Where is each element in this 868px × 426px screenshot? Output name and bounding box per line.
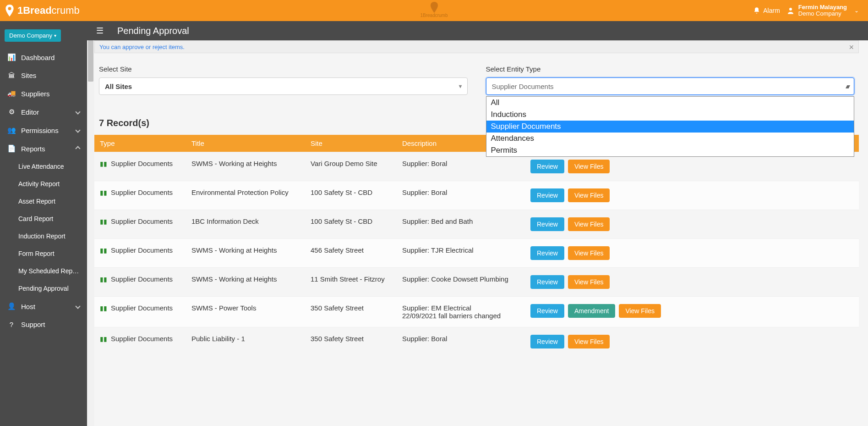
- entity-dropdown: AllInductionsSupplier DocumentsAttendanc…: [486, 96, 855, 157]
- row-title: SWMS - Power Tools: [186, 297, 305, 327]
- content-scrollbar[interactable]: [87, 40, 94, 426]
- site-select[interactable]: All Sites ▾: [99, 77, 468, 95]
- table-row: ▮▮Supplier DocumentsPublic Liability - 1…: [94, 327, 859, 356]
- review-button[interactable]: Review: [530, 275, 564, 289]
- row-actions: ReviewView Files: [525, 327, 859, 356]
- brand[interactable]: 1Breadcrumb: [5, 5, 80, 17]
- sidebar-item-sites[interactable]: 🏛Sites: [0, 66, 87, 84]
- sidebar-item-support[interactable]: ?Support: [0, 315, 87, 333]
- sidebar-item-permissions[interactable]: 👥Permissions: [0, 121, 87, 139]
- row-description: Supplier: Boral: [397, 181, 525, 210]
- row-site: Vari Group Demo Site: [305, 152, 397, 181]
- sidebar-item-pending-approval[interactable]: Pending Approval: [0, 280, 87, 297]
- alarm-button[interactable]: Alarm: [753, 7, 780, 14]
- sidebar-item-label: Form Report: [18, 250, 55, 257]
- question-icon: ?: [7, 321, 16, 328]
- amendment-button[interactable]: Amendment: [568, 304, 615, 318]
- view-files-button[interactable]: View Files: [568, 217, 610, 231]
- alarm-label: Alarm: [763, 7, 780, 14]
- sidebar-item-suppliers[interactable]: 🚚Suppliers: [0, 84, 87, 103]
- row-title: Public Liability - 1: [186, 327, 305, 356]
- view-files-button[interactable]: View Files: [568, 160, 610, 173]
- chart-icon: ▮▮: [100, 304, 107, 312]
- view-files-button[interactable]: View Files: [619, 304, 661, 318]
- row-site: 350 Safety Street: [305, 327, 397, 356]
- sidebar-item-label: Live Attendance: [18, 163, 64, 170]
- entity-option-permits[interactable]: Permits: [486, 144, 854, 156]
- review-button[interactable]: Review: [530, 188, 564, 202]
- sidebar-item-label: My Scheduled Repo...: [18, 267, 80, 275]
- review-button[interactable]: Review: [530, 304, 564, 318]
- row-actions: ReviewView Files: [525, 210, 859, 239]
- chart-icon: ▮▮: [100, 247, 107, 254]
- sidebar-item-label: Sites: [21, 72, 36, 79]
- page-title: Pending Approval: [117, 26, 189, 36]
- sidebar-item-activity-report[interactable]: Activity Report: [0, 175, 87, 193]
- row-title: SWMS - Working at Heights: [186, 268, 305, 297]
- brand-text: 1Breadcrumb: [17, 5, 80, 17]
- users-icon: 👥: [7, 126, 16, 134]
- chart-icon: 📊: [7, 53, 16, 61]
- row-actions: ReviewAmendmentView Files: [525, 297, 859, 327]
- row-type: Supplier Documents: [111, 275, 173, 283]
- user-menu[interactable]: Fermin Malayang Demo Company ⌄: [786, 4, 859, 17]
- banner-close-button[interactable]: ×: [849, 43, 854, 52]
- row-type: Supplier Documents: [111, 246, 173, 254]
- view-files-button[interactable]: View Files: [568, 275, 610, 289]
- view-files-button[interactable]: View Files: [568, 246, 610, 260]
- sidebar-item-form-report[interactable]: Form Report: [0, 245, 87, 262]
- svg-point-0: [789, 8, 792, 11]
- entity-option-supplier-documents[interactable]: Supplier Documents: [486, 121, 854, 133]
- sidebar-item-reports[interactable]: 📄Reports: [0, 139, 87, 158]
- filter-entity-label: Select Entity Type: [486, 65, 855, 73]
- col-site[interactable]: Site: [305, 135, 397, 152]
- entity-option-inductions[interactable]: Inductions: [486, 109, 854, 121]
- row-site: 100 Safety St - CBD: [305, 181, 397, 210]
- review-button[interactable]: Review: [530, 246, 564, 260]
- sidebar-item-induction-report[interactable]: Induction Report: [0, 227, 87, 245]
- sidebar-item-live-attendance[interactable]: Live Attendance: [0, 158, 87, 175]
- row-type: Supplier Documents: [111, 217, 173, 225]
- col-title[interactable]: Title: [186, 135, 305, 152]
- user-name: Fermin Malayang: [798, 4, 847, 11]
- row-title: Environmental Protection Policy: [186, 181, 305, 210]
- sidebar-item-label: Activity Report: [18, 180, 60, 188]
- banner-text[interactable]: You can approve or reject items.: [99, 44, 185, 50]
- sidebar: Demo Company▾ 📊Dashboard🏛Sites🚚Suppliers…: [0, 21, 87, 426]
- sidebar-item-asset-report[interactable]: Asset Report: [0, 193, 87, 210]
- entity-select[interactable]: Supplier Documents ▴▾: [486, 77, 855, 95]
- site-icon: 🏛: [7, 72, 16, 79]
- row-title: SWMS - Working at Heights: [186, 152, 305, 181]
- sidebar-item-label: Suppliers: [21, 90, 50, 98]
- sidebar-item-host[interactable]: 👤Host: [0, 297, 87, 315]
- approval-table: Type Title Site Description ▮▮Supplier D…: [94, 135, 859, 356]
- view-files-button[interactable]: View Files: [568, 335, 610, 349]
- view-files-button[interactable]: View Files: [568, 188, 610, 202]
- chart-icon: ▮▮: [100, 218, 107, 225]
- row-site: 456 Safety Street: [305, 239, 397, 268]
- table-row: ▮▮Supplier DocumentsSWMS - Power Tools35…: [94, 297, 859, 327]
- chart-icon: ▮▮: [100, 335, 107, 343]
- sidebar-item-editor[interactable]: ⚙Editor: [0, 103, 87, 121]
- company-selector[interactable]: Demo Company▾: [5, 29, 61, 42]
- row-description: Supplier: EM Electrical22/09/2021 fall b…: [397, 297, 525, 327]
- sidebar-item-dashboard[interactable]: 📊Dashboard: [0, 48, 87, 66]
- row-type: Supplier Documents: [111, 335, 173, 343]
- entity-option-attendances[interactable]: Attendances: [486, 133, 854, 144]
- sidebar-item-card-report[interactable]: Card Report: [0, 210, 87, 227]
- col-type[interactable]: Type: [94, 135, 186, 152]
- row-site: 11 Smith Street - Fitzroy: [305, 268, 397, 297]
- review-button[interactable]: Review: [530, 217, 564, 231]
- row-actions: ReviewView Files: [525, 239, 859, 268]
- review-button[interactable]: Review: [530, 160, 564, 173]
- table-row: ▮▮Supplier Documents1BC Information Deck…: [94, 210, 859, 239]
- sidebar-item-label: Editor: [21, 108, 39, 116]
- review-button[interactable]: Review: [530, 335, 564, 349]
- table-row: ▮▮Supplier DocumentsSWMS - Working at He…: [94, 268, 859, 297]
- row-actions: ReviewView Files: [525, 268, 859, 297]
- sidebar-toggle-button[interactable]: ☰: [96, 26, 104, 36]
- filter-entity: Select Entity Type Supplier Documents ▴▾…: [486, 65, 855, 95]
- chart-icon: ▮▮: [100, 160, 107, 167]
- entity-option-all[interactable]: All: [486, 97, 854, 109]
- sidebar-item-my-scheduled-repo-[interactable]: My Scheduled Repo...: [0, 262, 87, 280]
